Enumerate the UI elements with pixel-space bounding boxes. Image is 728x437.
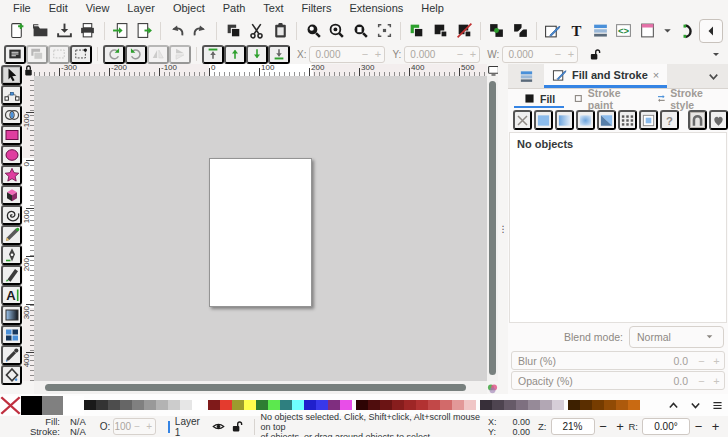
export-button[interactable]	[132, 19, 156, 43]
node-tool-button[interactable]	[1, 85, 22, 105]
palette-swatch[interactable]	[628, 400, 640, 410]
paint-radial-gradient-button[interactable]	[576, 110, 595, 130]
layer-visibility-toggle[interactable]	[211, 420, 225, 433]
new-document-button[interactable]	[5, 19, 29, 43]
palette-swatch[interactable]	[232, 400, 244, 410]
overflow-menu-button[interactable]	[659, 19, 675, 43]
fill-value[interactable]: N/A	[70, 417, 86, 427]
deselect-button[interactable]	[48, 45, 70, 64]
cut-button[interactable]	[245, 19, 269, 43]
pct-decrement[interactable]: −	[694, 375, 709, 387]
palette-swatch[interactable]	[120, 400, 132, 410]
palette-swatch[interactable]	[42, 396, 63, 415]
palette-scroll-down[interactable]	[686, 396, 704, 414]
canvas-area[interactable]	[34, 76, 487, 381]
gradient-tool-button[interactable]	[1, 305, 22, 325]
paint-mesh-button[interactable]	[618, 110, 637, 130]
palette-swatch[interactable]	[480, 400, 492, 410]
undo-button[interactable]	[165, 19, 189, 43]
palette-swatch[interactable]	[604, 400, 616, 410]
palette-swatch[interactable]	[552, 400, 564, 410]
x-spinbox[interactable]: 0.000−+	[309, 46, 385, 63]
lower-to-bottom-button[interactable]	[268, 45, 290, 64]
w-spinbox[interactable]: 0.000−+	[502, 46, 578, 63]
spinbox-decrement[interactable]: −	[358, 48, 371, 60]
document-properties-button[interactable]	[636, 19, 660, 43]
save-document-button[interactable]	[52, 19, 76, 43]
palette-swatch[interactable]	[280, 400, 292, 410]
horizontal-scrollbar[interactable]	[34, 381, 487, 394]
spinbox-increment[interactable]: +	[564, 48, 577, 60]
ungroup-button[interactable]	[508, 19, 532, 43]
no-color-swatch[interactable]	[0, 396, 21, 415]
zoom-center-page-button[interactable]	[372, 19, 396, 43]
blend-mode-select[interactable]: Normal	[629, 326, 724, 348]
zoom-drawing-button[interactable]	[301, 19, 325, 43]
zoom-increment[interactable]: +	[612, 419, 629, 434]
palette-swatch[interactable]	[84, 400, 96, 410]
flip-horizontal-button[interactable]	[147, 45, 169, 64]
zoom-page-button[interactable]	[349, 19, 373, 43]
palette-swatch[interactable]	[316, 400, 328, 410]
paint-linear-gradient-button[interactable]	[555, 110, 574, 130]
palette-swatch[interactable]	[208, 400, 220, 410]
palette-swatch[interactable]	[96, 400, 108, 410]
rotate-ccw-button[interactable]	[103, 45, 125, 64]
palette-swatch[interactable]	[592, 400, 604, 410]
palette-swatch[interactable]	[168, 400, 180, 410]
snap-toggle-button[interactable]	[676, 19, 700, 43]
palette-swatch[interactable]	[356, 400, 368, 410]
blur-row[interactable]: Blur (%)0.0−+	[511, 351, 725, 370]
palette-swatch[interactable]	[416, 400, 428, 410]
palette-swatch[interactable]	[440, 400, 452, 410]
xml-editor-button[interactable]: <>	[612, 19, 636, 43]
import-button[interactable]	[109, 19, 133, 43]
palette-scroll-up[interactable]	[664, 396, 682, 414]
group-button[interactable]	[485, 19, 509, 43]
spinbox-increment[interactable]: +	[466, 48, 479, 60]
palette-menu-button[interactable]	[708, 396, 726, 414]
rotation-decrement[interactable]: −	[690, 419, 707, 434]
paint-none-button[interactable]	[513, 110, 532, 130]
opacity-input[interactable]: 100 − +	[113, 418, 156, 435]
clone-button[interactable]	[429, 19, 453, 43]
spiral-tool-button[interactable]	[1, 205, 22, 225]
palette-swatch[interactable]	[244, 400, 256, 410]
fill-rule-even-odd-button[interactable]	[688, 110, 707, 130]
palette-swatch[interactable]	[156, 400, 168, 410]
palette-swatch[interactable]	[380, 400, 392, 410]
tab-fill[interactable]: Fill	[514, 89, 564, 108]
mesh-tool-button[interactable]	[1, 325, 22, 345]
tab-stroke-paint[interactable]: Stroke paint	[564, 89, 646, 108]
close-tab-icon[interactable]: ×	[653, 69, 659, 81]
opacity-row[interactable]: Opacity (%)0.0−+	[511, 371, 725, 390]
zoom-decrement[interactable]: −	[595, 419, 612, 434]
palette-swatch[interactable]	[504, 400, 516, 410]
palette-swatch[interactable]	[292, 400, 304, 410]
palette-swatch[interactable]	[516, 400, 528, 410]
raise-to-top-button[interactable]	[202, 45, 224, 64]
vertical-scrollbar-thumb[interactable]	[489, 81, 496, 375]
menu-path[interactable]: Path	[214, 1, 255, 16]
paint-pattern-button[interactable]	[597, 110, 616, 130]
text-dialog-button[interactable]: T	[565, 19, 589, 43]
flip-vertical-button[interactable]	[169, 45, 191, 64]
paint-unknown-button[interactable]: ?	[660, 110, 679, 130]
palette-swatch[interactable]	[192, 400, 204, 410]
palette-swatch[interactable]	[180, 400, 192, 410]
selector-tool-button[interactable]	[1, 65, 22, 85]
tab-stroke-style[interactable]: Stroke style	[647, 89, 728, 108]
spinbox-decrement[interactable]: −	[453, 48, 466, 60]
pct-increment[interactable]: +	[709, 355, 724, 367]
palette-swatch[interactable]	[452, 400, 464, 410]
calligraphy-tool-button[interactable]	[1, 265, 22, 285]
palette-swatch[interactable]	[540, 400, 552, 410]
star-tool-button[interactable]	[1, 165, 22, 185]
palette-swatch[interactable]	[304, 400, 316, 410]
text-tool-button[interactable]: A	[1, 285, 22, 305]
layers-dialog-button[interactable]	[588, 19, 612, 43]
toolbar-overflow-button[interactable]	[710, 48, 722, 60]
menu-object[interactable]: Object	[164, 1, 214, 16]
palette-swatch[interactable]	[268, 400, 280, 410]
collapse-panel-button[interactable]	[699, 19, 723, 43]
